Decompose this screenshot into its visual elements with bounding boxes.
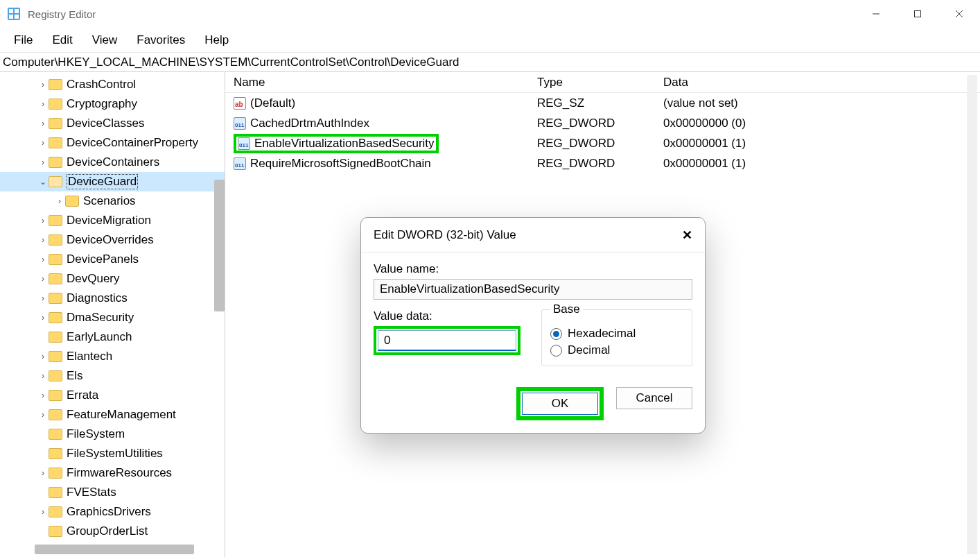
tree-item-label: Diagnostics xyxy=(67,291,128,305)
chevron-down-icon[interactable]: ⌄ xyxy=(37,177,49,187)
value-name-input[interactable] xyxy=(374,279,692,300)
radio-decimal[interactable]: Decimal xyxy=(550,343,683,357)
tree-panel: ›CrashControl›Cryptography›DeviceClasses… xyxy=(0,72,225,557)
folder-icon xyxy=(49,526,62,537)
folder-icon xyxy=(49,176,62,187)
tree-item[interactable]: ›DeviceOverrides xyxy=(0,230,225,250)
chevron-right-icon[interactable]: › xyxy=(37,255,49,264)
chevron-right-icon[interactable]: › xyxy=(37,99,49,109)
ok-button[interactable]: OK xyxy=(522,393,598,415)
menu-help[interactable]: Help xyxy=(196,31,237,50)
chevron-right-icon[interactable]: › xyxy=(37,80,49,89)
tree-item[interactable]: ›DevQuery xyxy=(0,269,225,289)
dialog-close-icon[interactable]: ✕ xyxy=(682,228,692,243)
tree-horizontal-scrollbar[interactable] xyxy=(35,545,194,554)
tree-item[interactable]: ›Elantech xyxy=(0,347,225,366)
edit-dword-dialog: Edit DWORD (32-bit) Value ✕ Value name: … xyxy=(360,217,706,434)
maximize-button[interactable] xyxy=(897,0,938,28)
tree-item-label: FeatureManagement xyxy=(67,408,176,422)
chevron-right-icon[interactable]: › xyxy=(37,352,49,361)
minimize-button[interactable] xyxy=(855,0,897,28)
chevron-right-icon[interactable]: › xyxy=(54,196,65,206)
tree-item[interactable]: ›Diagnostics xyxy=(0,289,225,308)
chevron-right-icon[interactable]: › xyxy=(37,371,49,381)
radio-dec-label: Decimal xyxy=(568,343,610,357)
tree-item[interactable]: ›DeviceContainers xyxy=(0,153,225,172)
tree-item[interactable]: ›CrashControl xyxy=(0,75,225,94)
window-controls xyxy=(855,0,980,28)
titlebar: Registry Editor xyxy=(0,0,980,28)
value-type: REG_SZ xyxy=(537,96,663,110)
chevron-right-icon[interactable]: › xyxy=(37,313,49,323)
radio-hexadecimal[interactable]: Hexadecimal xyxy=(550,327,683,341)
menu-edit[interactable]: Edit xyxy=(44,31,80,50)
tree-item[interactable]: ›Els xyxy=(0,366,225,386)
chevron-right-icon[interactable]: › xyxy=(37,507,49,517)
folder-icon xyxy=(49,254,62,265)
tree-item[interactable]: ›DmaSecurity xyxy=(0,308,225,327)
value-type: REG_DWORD xyxy=(537,137,663,151)
tree-item[interactable]: ›EarlyLaunch xyxy=(0,327,225,347)
chevron-right-icon[interactable]: › xyxy=(37,216,49,225)
close-button[interactable] xyxy=(938,0,980,28)
value-row[interactable]: EnableVirtualizationBasedSecurityREG_DWO… xyxy=(225,133,980,153)
list-vertical-scrollbar[interactable] xyxy=(967,75,977,554)
column-header-data[interactable]: Data xyxy=(663,76,980,89)
cancel-button[interactable]: Cancel xyxy=(616,387,692,409)
tree-item[interactable]: ›Cryptography xyxy=(0,94,225,114)
tree-item[interactable]: ›FeatureManagement xyxy=(0,405,225,425)
chevron-right-icon[interactable]: › xyxy=(37,410,49,420)
column-header-name[interactable]: Name xyxy=(225,76,537,89)
tree-item[interactable]: ›GroupOrderList xyxy=(0,522,225,541)
tree-item[interactable]: ›DevicePanels xyxy=(0,250,225,269)
tree-item-label: DeviceContainerProperty xyxy=(67,136,198,150)
window-title: Registry Editor xyxy=(28,8,96,20)
chevron-right-icon[interactable]: › xyxy=(37,157,49,167)
tree-item[interactable]: ›FileSystemUtilities xyxy=(0,444,225,463)
menu-favorites[interactable]: Favorites xyxy=(128,31,193,50)
tree-item[interactable]: ›FirmwareResources xyxy=(0,463,225,483)
address-bar[interactable]: Computer\HKEY_LOCAL_MACHINE\SYSTEM\Curre… xyxy=(0,53,980,72)
dialog-titlebar: Edit DWORD (32-bit) Value ✕ xyxy=(361,218,705,252)
tree-item[interactable]: ›Scenarios xyxy=(0,191,225,211)
folder-icon xyxy=(49,234,62,246)
value-data-input[interactable] xyxy=(378,330,516,351)
svg-rect-3 xyxy=(9,15,13,19)
folder-icon xyxy=(49,98,62,110)
tree-item-label: DevicePanels xyxy=(67,252,139,266)
chevron-right-icon[interactable]: › xyxy=(37,235,49,245)
tree-item[interactable]: ›DeviceMigration xyxy=(0,211,225,230)
value-name: CachedDrtmAuthIndex xyxy=(250,117,369,130)
tree-item[interactable]: ›FVEStats xyxy=(0,483,225,502)
chevron-right-icon[interactable]: › xyxy=(37,293,49,303)
folder-icon xyxy=(49,506,62,517)
tree-item-label: FirmwareResources xyxy=(67,466,172,480)
tree-item-label: GroupOrderList xyxy=(67,524,148,538)
chevron-right-icon[interactable]: › xyxy=(37,274,49,284)
value-row[interactable]: RequireMicrosoftSignedBootChainREG_DWORD… xyxy=(225,153,980,173)
chevron-right-icon[interactable]: › xyxy=(37,468,49,478)
value-row[interactable]: CachedDrtmAuthIndexREG_DWORD0x00000000 (… xyxy=(225,113,980,133)
tree-item[interactable]: ⌄DeviceGuard xyxy=(0,172,225,191)
tree-item-label: GraphicsDrivers xyxy=(67,505,151,519)
value-row[interactable]: (Default)REG_SZ(value not set) xyxy=(225,93,980,113)
value-name-label: Value name: xyxy=(374,262,692,276)
tree-item-label: DeviceContainers xyxy=(67,155,159,169)
menubar: File Edit View Favorites Help xyxy=(0,28,980,53)
svg-rect-1 xyxy=(9,9,13,13)
tree-item[interactable]: ›Errata xyxy=(0,386,225,405)
menu-view[interactable]: View xyxy=(84,31,126,50)
value-data: 0x00000000 (0) xyxy=(663,117,980,130)
chevron-right-icon[interactable]: › xyxy=(37,138,49,148)
chevron-right-icon[interactable]: › xyxy=(37,119,49,128)
column-header-type[interactable]: Type xyxy=(537,76,663,89)
tree-item[interactable]: ›GraphicsDrivers xyxy=(0,502,225,522)
tree-item[interactable]: ›FileSystem xyxy=(0,425,225,444)
tree-item[interactable]: ›DeviceContainerProperty xyxy=(0,133,225,153)
base-group: Base Hexadecimal Decimal xyxy=(541,309,692,366)
tree-item-label: DeviceOverrides xyxy=(67,233,154,247)
chevron-right-icon[interactable]: › xyxy=(37,391,49,400)
tree-item[interactable]: ›DeviceClasses xyxy=(0,114,225,133)
tree-vertical-scrollbar[interactable] xyxy=(214,180,225,311)
menu-file[interactable]: File xyxy=(6,31,41,50)
